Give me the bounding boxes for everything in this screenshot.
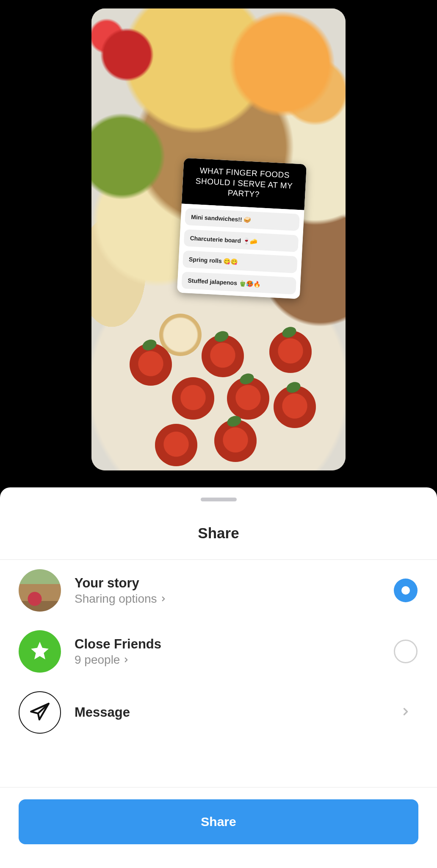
your-story-avatar <box>19 569 61 612</box>
food-item <box>214 420 257 462</box>
poll-sticker[interactable]: WHAT FINGER FOODS SHOULD I SERVE AT MY P… <box>177 158 307 299</box>
story-preview-card[interactable]: WHAT FINGER FOODS SHOULD I SERVE AT MY P… <box>91 8 346 470</box>
share-option-your-story[interactable]: Your story Sharing options <box>0 560 437 621</box>
close-friends-subtitle: 9 people <box>75 653 120 667</box>
sheet-footer: Share <box>0 787 437 868</box>
poll-option[interactable]: Spring rolls 😋😋 <box>183 250 298 273</box>
chevron-right-icon <box>122 653 130 667</box>
food-item <box>130 343 172 386</box>
poll-option[interactable]: Stuffed jalapenos 🫑🥵🔥 <box>181 272 296 295</box>
poll-option[interactable]: Mini sandwiches!! 🥪 <box>185 208 300 231</box>
sheet-drag-handle[interactable] <box>201 498 237 501</box>
close-friends-title: Close Friends <box>75 636 393 652</box>
food-item <box>202 335 244 377</box>
close-friends-radio[interactable] <box>394 640 418 663</box>
close-friends-avatar <box>19 630 61 673</box>
food-item <box>227 377 269 420</box>
poll-question: WHAT FINGER FOODS SHOULD I SERVE AT MY P… <box>182 158 307 210</box>
chevron-right-icon <box>160 592 167 606</box>
food-item <box>274 386 316 428</box>
paper-plane-icon <box>29 701 50 724</box>
share-option-close-friends[interactable]: Close Friends 9 people <box>0 621 437 682</box>
poll-option[interactable]: Charcuterie board 🍷🧀 <box>184 229 299 252</box>
share-button[interactable]: Share <box>19 799 418 844</box>
food-item <box>155 424 197 466</box>
message-avatar <box>19 691 61 734</box>
your-story-subtitle: Sharing options <box>75 592 157 606</box>
message-title: Message <box>75 704 393 720</box>
sheet-title: Share <box>0 501 437 559</box>
food-item <box>172 377 214 420</box>
star-icon <box>29 640 50 663</box>
share-options-list: Your story Sharing options Close Frien <box>0 560 437 787</box>
your-story-radio[interactable] <box>394 579 418 602</box>
poll-options: Mini sandwiches!! 🥪 Charcuterie board 🍷🧀… <box>177 204 304 299</box>
chevron-right-icon <box>400 706 412 719</box>
share-sheet: Share Your story Sharing options <box>0 487 437 868</box>
story-preview-area: WHAT FINGER FOODS SHOULD I SERVE AT MY P… <box>0 0 437 487</box>
your-story-title: Your story <box>75 575 393 591</box>
share-option-message[interactable]: Message <box>0 682 437 743</box>
close-friends-subtitle-link[interactable]: 9 people <box>75 653 393 667</box>
your-story-subtitle-link[interactable]: Sharing options <box>75 592 393 606</box>
food-item <box>269 331 312 373</box>
